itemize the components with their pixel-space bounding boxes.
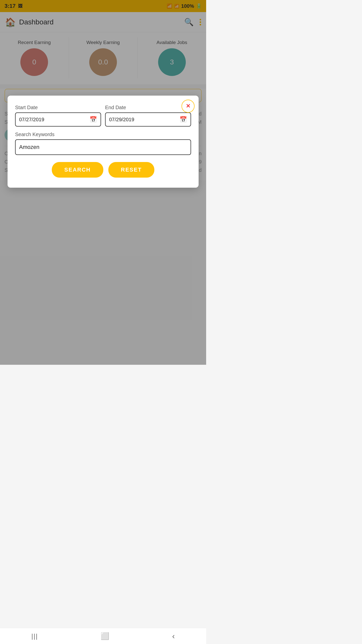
end-date-input[interactable]: 07/29/2019 📅 bbox=[105, 112, 191, 127]
modal-date-row: Start Date 07/27/2019 📅 End Date 07/29/2… bbox=[15, 105, 191, 127]
start-date-label: Start Date bbox=[15, 105, 101, 110]
search-filter-modal: ✕ Start Date 07/27/2019 📅 End Date 07/29… bbox=[8, 96, 199, 188]
end-date-value: 07/29/2019 bbox=[109, 117, 134, 123]
keywords-section: Search Keywords bbox=[15, 132, 191, 162]
end-date-calendar-icon: 📅 bbox=[179, 116, 187, 123]
close-icon: ✕ bbox=[186, 103, 190, 109]
start-date-calendar-icon: 📅 bbox=[89, 116, 97, 123]
start-date-field: Start Date 07/27/2019 📅 bbox=[15, 105, 101, 127]
keywords-label: Search Keywords bbox=[15, 132, 191, 137]
search-button[interactable]: SEARCH bbox=[52, 162, 103, 178]
reset-button[interactable]: RESET bbox=[108, 162, 154, 178]
modal-close-button[interactable]: ✕ bbox=[182, 100, 195, 113]
modal-actions: SEARCH RESET bbox=[15, 162, 191, 178]
start-date-value: 07/27/2019 bbox=[19, 117, 44, 123]
end-date-field: End Date 07/29/2019 📅 bbox=[105, 105, 191, 127]
end-date-label: End Date bbox=[105, 105, 191, 110]
start-date-input[interactable]: 07/27/2019 📅 bbox=[15, 112, 101, 127]
keywords-input[interactable] bbox=[15, 139, 191, 155]
